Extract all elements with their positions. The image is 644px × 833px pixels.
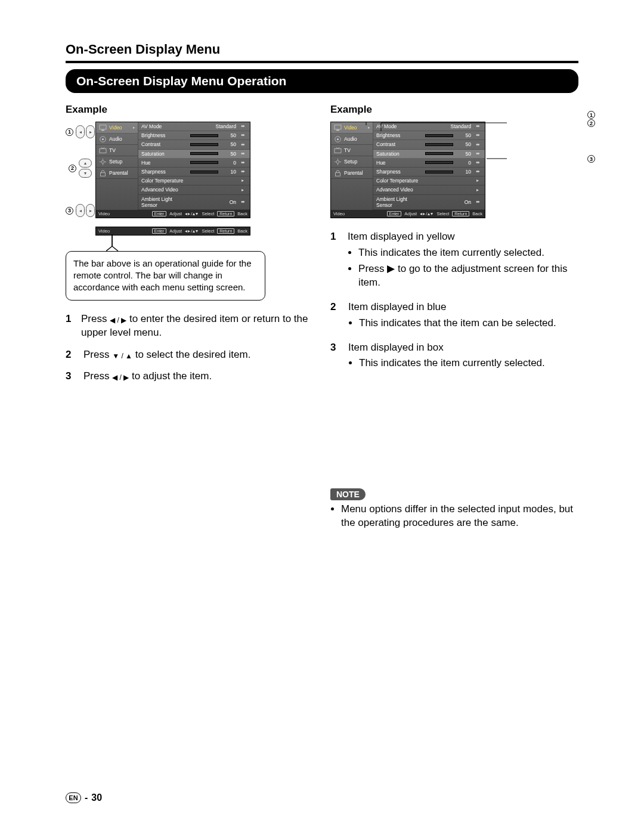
right-step-2: 2Item displayed in blueThis indicates th… (330, 301, 578, 333)
svg-point-7 (101, 160, 104, 163)
svg-point-21 (336, 160, 339, 163)
remote-callouts: 1 ◂▸ 2 ▴ ▾ 3 ◂▸ (66, 122, 95, 221)
osd-option-color-temperature: Color Temperature▸ (138, 176, 250, 185)
osd-option-hue: Hue0⬌ (373, 159, 485, 168)
svg-rect-0 (100, 125, 106, 129)
monitor-icon (98, 124, 107, 131)
osd-nav-tv: TV (331, 145, 373, 156)
left-step-3: 3Press ◀ / ▶ to adjust the item. (66, 370, 314, 383)
osd-option-advanced-video: Advanced Video▸ (138, 185, 250, 194)
left-instructions: 1Press ◀ / ▶ to enter the desired item o… (66, 312, 314, 384)
osd-option-sharpness: Sharpness10⬌ (138, 168, 250, 176)
tv-icon (98, 147, 107, 154)
osd-option-brightness: Brightness50⬌ (373, 131, 485, 140)
svg-rect-12 (100, 172, 105, 176)
callout-box: The bar above is an operational guide fo… (66, 251, 265, 301)
svg-rect-14 (335, 125, 341, 129)
osd-nav-tv: TV (96, 145, 138, 156)
lock-icon (98, 169, 107, 176)
osd-nav-audio: Audio (96, 134, 138, 145)
osd-option-hue: Hue0⬌ (138, 159, 250, 168)
osd-option-ambient-light-sensor: Ambient Light SensorOn⬌ (373, 195, 485, 210)
lock-icon (333, 169, 342, 176)
osd-option-brightness: Brightness50⬌ (138, 131, 250, 140)
osd-option-sharpness: Sharpness10⬌ (373, 168, 485, 176)
svg-rect-1 (101, 129, 104, 131)
callout-arrow (106, 234, 130, 251)
speaker-icon (98, 135, 107, 143)
svg-rect-26 (335, 172, 340, 176)
tv-icon (333, 147, 342, 154)
page-footer: EN - 30 (66, 792, 102, 803)
svg-rect-4 (100, 148, 106, 153)
osd-nav-audio: Audio (331, 134, 373, 145)
callout-3-right: 3 (587, 155, 595, 163)
osd-nav-setup: Setup (331, 156, 373, 168)
right-step-1: 1Item displayed in yellowThis indicates … (330, 230, 578, 292)
osd-nav-parental: Parental (96, 168, 138, 179)
osd-option-ambient-light-sensor: Ambient Light SensorOn⬌ (138, 195, 250, 210)
speaker-icon (333, 135, 342, 143)
right-step-3: 3Item displayed in boxThis indicates the… (330, 341, 578, 373)
svg-point-3 (101, 138, 103, 140)
osd-option-av-mode: AV ModeStandard⬌ (138, 122, 250, 131)
callout-2-right: 2 (587, 119, 595, 127)
osd-screenshot-right: Video▸AudioTVSetupParental AV ModeStanda… (330, 122, 485, 218)
osd-nav-video: Video▸ (331, 122, 373, 134)
osd-nav-video: Video▸ (96, 122, 138, 134)
osd-nav-setup: Setup (96, 156, 138, 168)
callout-2-icon: 2 (69, 165, 76, 172)
page-title: On-Screen Display Menu (66, 42, 578, 57)
section-title-bar: On-Screen Display Menu Operation (66, 69, 578, 93)
osd-screenshot-left: Video▸AudioTVSetupParental AV ModeStanda… (95, 122, 250, 218)
left-step-1: 1Press ◀ / ▶ to enter the desired item o… (66, 312, 314, 340)
osd-option-contrast: Contrast50⬌ (138, 140, 250, 149)
osd-option-saturation: Saturation50⬌ (373, 150, 485, 159)
osd-option-saturation: Saturation50⬌ (138, 150, 250, 159)
svg-rect-15 (336, 129, 339, 131)
osd-option-av-mode: AV ModeStandard⬌ (373, 122, 485, 131)
note-label: NOTE (330, 488, 366, 500)
title-rule (66, 61, 578, 63)
osd-option-advanced-video: Advanced Video▸ (373, 185, 485, 194)
note-text: Menu options differ in the selected inpu… (341, 503, 578, 530)
monitor-icon (333, 124, 342, 131)
osd-nav-parental: Parental (331, 168, 373, 179)
osd-option-color-temperature: Color Temperature▸ (373, 176, 485, 185)
left-step-2: 2Press ▼ / ▲ to select the desired item. (66, 348, 314, 362)
right-instructions: 1Item displayed in yellowThis indicates … (330, 230, 578, 373)
gear-icon (98, 158, 107, 165)
svg-point-17 (336, 138, 338, 140)
svg-rect-18 (335, 148, 341, 153)
callout-1-icon: 1 (66, 128, 73, 136)
example-label-left: Example (66, 104, 314, 116)
callout-1-right: 1 (587, 111, 595, 119)
gear-icon (333, 158, 342, 165)
callout-3-icon: 3 (66, 207, 73, 215)
osd-option-contrast: Contrast50⬌ (373, 140, 485, 149)
